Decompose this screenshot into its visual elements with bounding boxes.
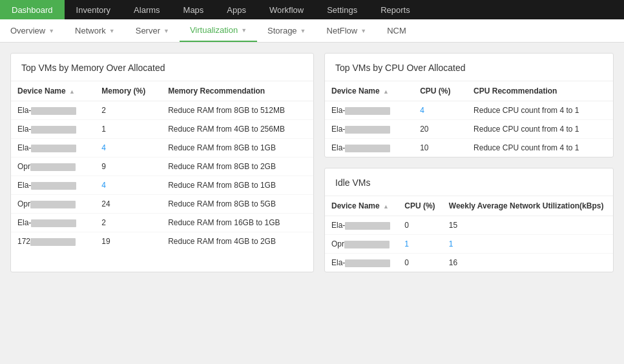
redacted-name [31,145,76,152]
memory-value[interactable]: 4 [95,139,161,157]
sort-icon: ▲ [69,88,75,95]
col-idle-cpu: CPU (%) [398,196,442,216]
memory-value: 24 [95,195,161,214]
right-panels: Top VMs by CPU Over Allocated Device Nam… [324,53,614,272]
device-name-cell: Ela- [11,176,95,195]
idle-table: Device Name ▲ CPU (%) Weekly Average Net… [325,196,613,272]
cpu-value: 10 [413,139,467,157]
table-row: Ela- 0 16 [325,254,613,272]
device-name-cell: Ela- [325,216,398,235]
device-prefix: Ela- [331,221,345,230]
memory-recommendation: Reduce RAM from 8GB to 2GB [161,157,313,176]
memory-recommendation: Reduce RAM from 4GB to 256MB [161,120,313,139]
memory-recommendation: Reduce RAM from 8GB to 1GB [161,139,313,157]
redacted-name [30,238,76,246]
col-device-name[interactable]: Device Name ▲ [11,81,95,101]
sort-icon: ▲ [383,203,389,210]
redacted-name [30,163,76,171]
device-name-cell: Opr [325,235,398,254]
device-name-cell: Ela- [325,139,413,157]
col-memory-rec: Memory Recommendation [161,81,313,101]
idle-panel: Idle VMs Device Name ▲ CPU (%) Weekly Av… [324,168,614,272]
cpu-value: 20 [413,120,467,139]
device-name-cell: Ela- [325,101,413,120]
table-row: Opr 24 Reduce RAM from 8GB to 5GB [11,195,313,214]
nav-dashboard[interactable]: Dashboard [0,0,65,19]
table-row: Ela- 1 Reduce RAM from 4GB to 256MB [11,120,313,139]
cpu-panel: Top VMs by CPU Over Allocated Device Nam… [324,53,614,157]
col-cpu-device[interactable]: Device Name ▲ [325,81,413,101]
col-idle-device[interactable]: Device Name ▲ [325,196,398,216]
redacted-name [345,145,390,152]
idle-util-value: 16 [442,254,613,272]
memory-panel-title: Top VMs by Memory Over Allocated [11,54,313,81]
tab-storage[interactable]: Storage ▼ [257,19,316,42]
device-name-cell: Ela- [325,120,413,139]
idle-util-value: 15 [442,216,613,235]
col-cpu-pct: CPU (%) [413,81,467,101]
nav-maps[interactable]: Maps [172,0,216,19]
nav-inventory[interactable]: Inventory [65,0,122,19]
nav-apps[interactable]: Apps [215,0,258,19]
cpu-value[interactable]: 4 [413,101,467,120]
memory-panel: Top VMs by Memory Over Allocated Device … [10,53,314,272]
device-name-cell: Ela- [11,101,95,120]
nav-workflow[interactable]: Workflow [258,0,315,19]
idle-cpu-value: 0 [398,254,442,272]
tab-virtualization[interactable]: Virtualization ▼ [180,19,257,42]
memory-recommendation: Reduce RAM from 8GB to 1GB [161,176,313,195]
redacted-name [345,126,390,134]
redacted-name [345,222,390,230]
table-row: Ela- 4 Reduce RAM from 8GB to 1GB [11,176,313,195]
table-row: Ela- 2 Reduce RAM from 16GB to 1GB [11,214,313,232]
chevron-down-icon: ▼ [241,27,247,34]
table-row: Ela- 2 Reduce RAM from 8GB to 512MB [11,101,313,120]
device-name-cell: Ela- [325,254,398,272]
table-row: Ela- 0 15 [325,216,613,235]
table-row: Opr 1 1 [325,235,613,254]
chevron-down-icon: ▼ [109,28,115,34]
tab-netflow[interactable]: NetFlow ▼ [317,19,377,42]
nav-reports[interactable]: Reports [369,0,422,19]
device-name-cell: Ela- [11,120,95,139]
table-row: 172 19 Reduce RAM from 4GB to 2GB [11,232,313,251]
device-prefix: Ela- [17,218,31,227]
device-prefix: Ela- [17,143,31,152]
device-name-cell: Ela- [11,139,95,157]
tab-server[interactable]: Server ▼ [125,19,180,42]
device-prefix: Opr [17,162,30,171]
memory-value: 2 [95,101,161,120]
idle-util-value[interactable]: 1 [442,235,613,254]
table-row: Ela- 4 Reduce RAM from 8GB to 1GB [11,139,313,157]
tab-network[interactable]: Network ▼ [65,19,125,42]
device-prefix: Ela- [17,125,31,134]
memory-value[interactable]: 4 [95,176,161,195]
sort-icon: ▲ [383,88,389,95]
chevron-down-icon: ▼ [163,28,169,34]
table-row: Opr 9 Reduce RAM from 8GB to 2GB [11,157,313,176]
nav-alarms[interactable]: Alarms [122,0,171,19]
tab-ncm[interactable]: NCM [377,19,417,42]
cpu-table: Device Name ▲ CPU (%) CPU Recommendation… [325,81,613,157]
memory-table: Device Name ▲ Memory (%) Memory Recommen… [11,81,313,250]
device-name-cell: Opr [11,195,95,214]
idle-cpu-value[interactable]: 1 [398,235,442,254]
memory-value: 2 [95,214,161,232]
device-prefix: Opr [17,199,30,208]
device-prefix: 172 [17,237,30,246]
device-prefix: Ela- [331,258,345,267]
memory-recommendation: Reduce RAM from 8GB to 512MB [161,101,313,120]
memory-recommendation: Reduce RAM from 16GB to 1GB [161,214,313,232]
memory-value: 9 [95,157,161,176]
chevron-down-icon: ▼ [300,28,306,34]
tab-overview[interactable]: Overview ▼ [0,19,65,42]
memory-recommendation: Reduce RAM from 8GB to 5GB [161,195,313,214]
memory-value: 19 [95,232,161,251]
device-name-cell: 172 [11,232,95,251]
chevron-down-icon: ▼ [360,28,366,34]
top-navigation: Dashboard Inventory Alarms Maps Apps Wor… [0,0,624,19]
device-name-cell: Ela- [11,214,95,232]
cpu-panel-title: Top VMs by CPU Over Allocated [325,54,613,81]
nav-settings[interactable]: Settings [315,0,369,19]
second-navigation: Overview ▼ Network ▼ Server ▼ Virtualiza… [0,19,624,43]
